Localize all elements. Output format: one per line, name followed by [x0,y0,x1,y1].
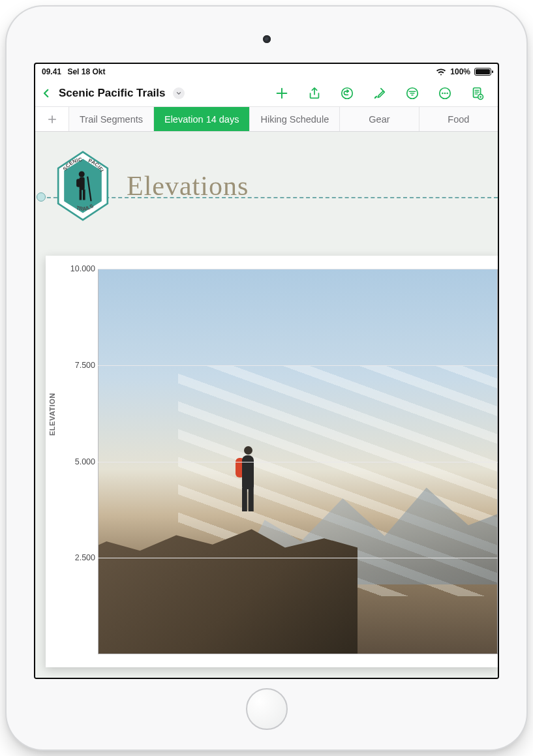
ytick-7500: 7.500 [67,361,95,370]
page-title: Elevations [127,170,249,202]
svg-point-4 [444,92,446,94]
status-date: Sel 18 Okt [67,67,105,76]
ytick-5000: 5.000 [67,457,95,466]
organize-button[interactable] [397,82,427,105]
ytick-2500: 2.500 [67,553,95,562]
elevation-chart[interactable]: ELEVATION 10.000 [46,256,498,667]
document-settings-button[interactable] [463,82,493,105]
status-time: 09.41 [42,67,61,76]
tab-elevation-14-days[interactable]: Elevation 14 days [154,107,250,131]
svg-rect-12 [80,189,82,200]
screen: 09.41 Sel 18 Okt 100% Scenic Pacific Tra… [34,63,499,679]
undo-button[interactable] [332,82,362,105]
battery-icon [474,68,491,76]
share-button[interactable] [299,82,329,105]
sheet-tabs: Trail Segments Elevation 14 days Hiking … [35,107,498,132]
y-axis-label: ELEVATION [48,393,56,436]
plus-icon [275,86,289,100]
battery-percent: 100% [450,67,470,76]
share-icon [307,86,322,100]
tab-food[interactable]: Food [419,107,498,131]
tab-label: Hiking Schedule [260,114,329,125]
home-button[interactable] [246,688,288,730]
chevron-down-icon [175,90,182,97]
svg-rect-11 [76,179,80,187]
svg-point-3 [442,92,444,94]
plus-icon [46,113,58,125]
selection-handle[interactable] [37,192,46,202]
ellipsis-circle-icon [438,86,452,100]
document-title[interactable]: Scenic Pacific Trails [59,87,165,100]
toolbar: Scenic Pacific Trails [35,80,498,107]
document-menu-button[interactable] [173,87,185,99]
wifi-icon [436,67,446,77]
page-header: SCENIC PACIFIC TRAILS Elevations [53,150,498,222]
tab-hiking-schedule[interactable]: Hiking Schedule [250,107,340,131]
ipad-device-frame: 09.41 Sel 18 Okt 100% Scenic Pacific Tra… [7,7,526,749]
tab-label: Gear [369,114,389,125]
insert-button[interactable] [267,82,297,105]
hiker-figure [234,444,263,515]
more-button[interactable] [430,82,460,105]
sheet-canvas[interactable]: SCENIC PACIFIC TRAILS Elevations ELEVATI… [35,132,498,678]
undo-icon [340,86,354,100]
svg-point-5 [446,92,448,94]
tab-label: Food [448,114,469,125]
tab-label: Elevation 14 days [164,114,239,125]
tab-label: Trail Segments [80,114,143,125]
format-button[interactable] [365,82,395,105]
svg-point-9 [79,172,85,177]
doc-settings-icon [470,86,485,100]
paintbrush-icon [373,86,387,100]
svg-point-8 [480,96,481,98]
add-sheet-button[interactable] [35,107,69,131]
back-button[interactable] [40,87,52,99]
scenic-pacific-trails-logo: SCENIC PACIFIC TRAILS [53,150,112,222]
tab-gear[interactable]: Gear [340,107,419,131]
svg-rect-13 [83,189,85,200]
tab-trail-segments[interactable]: Trail Segments [69,107,154,131]
plot-area: 10.000 7.500 5.000 2.500 [98,269,498,654]
filter-icon [405,86,419,100]
status-bar: 09.41 Sel 18 Okt 100% [35,64,498,80]
front-camera [263,35,271,43]
ytick-10000: 10.000 [67,264,95,273]
